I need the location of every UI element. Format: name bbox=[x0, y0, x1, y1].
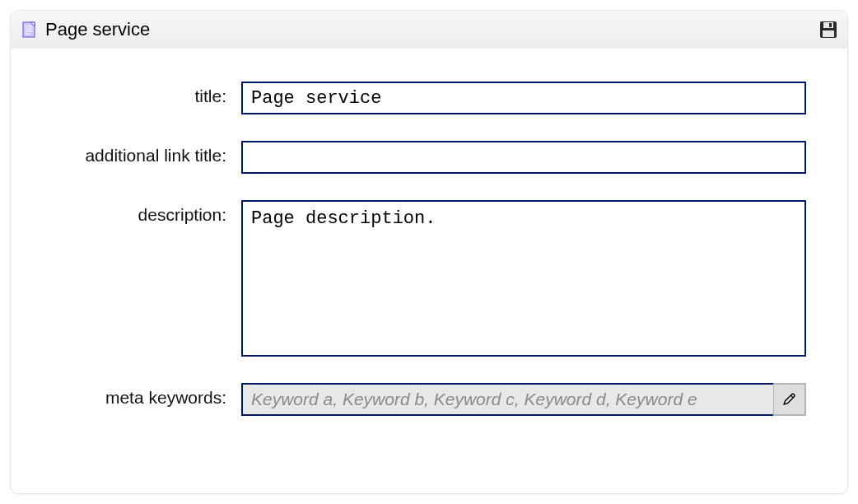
row-description: description: bbox=[52, 200, 806, 357]
svg-line-10 bbox=[790, 395, 793, 398]
row-additional-link-title: additional link title: bbox=[52, 141, 806, 174]
label-title: title: bbox=[52, 82, 241, 106]
label-description: description: bbox=[52, 200, 241, 225]
panel-title: Page service bbox=[45, 19, 150, 40]
page-edit-panel: Page service title: additional link titl… bbox=[10, 10, 848, 494]
label-additional-link-title: additional link title: bbox=[52, 141, 241, 166]
row-title: title: bbox=[52, 82, 806, 114]
save-button[interactable] bbox=[819, 21, 837, 39]
edit-meta-keywords-button[interactable] bbox=[773, 383, 806, 416]
page-icon bbox=[21, 21, 37, 38]
title-input[interactable] bbox=[241, 82, 806, 114]
svg-rect-9 bbox=[823, 30, 834, 37]
label-meta-keywords: meta keywords: bbox=[52, 383, 241, 408]
save-icon bbox=[819, 21, 837, 39]
row-meta-keywords: meta keywords: bbox=[52, 383, 806, 416]
panel-body: title: additional link title: descriptio… bbox=[11, 49, 847, 454]
pencil-icon bbox=[782, 392, 797, 407]
panel-header: Page service bbox=[11, 11, 847, 49]
description-textarea[interactable] bbox=[241, 200, 806, 357]
svg-rect-8 bbox=[829, 23, 832, 27]
additional-link-title-input[interactable] bbox=[241, 141, 806, 174]
meta-keywords-input bbox=[241, 383, 775, 416]
svg-rect-7 bbox=[823, 22, 833, 28]
